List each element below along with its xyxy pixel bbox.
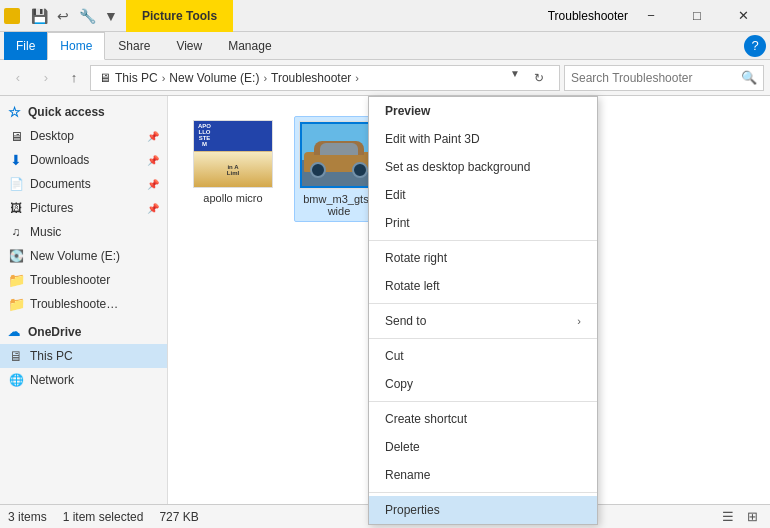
sidebar-label-new-volume: New Volume (E:)	[30, 249, 120, 263]
sidebar-header-quick-access: ☆ Quick access	[0, 100, 167, 124]
app-title: Troubleshooter	[548, 9, 628, 23]
tab-file[interactable]: File	[4, 32, 47, 60]
ctx-print[interactable]: Print	[369, 209, 597, 237]
search-icon[interactable]: 🔍	[741, 70, 757, 85]
documents-pin: 📌	[147, 179, 159, 190]
desktop-icon: 🖥	[8, 128, 24, 144]
ctx-sep-1	[369, 240, 597, 241]
downloads-pin: 📌	[147, 155, 159, 166]
downloads-icon: ⬇	[8, 152, 24, 168]
desktop-pin: 📌	[147, 131, 159, 142]
tab-share[interactable]: Share	[105, 32, 163, 60]
picture-tools-tab[interactable]: Picture Tools	[126, 0, 233, 32]
sidebar-item-new-volume[interactable]: 💽 New Volume (E:)	[0, 244, 167, 268]
window-folder-icon	[4, 8, 20, 24]
bmw-thumbnail	[299, 121, 379, 189]
sidebar-label-this-pc: This PC	[30, 349, 73, 363]
network-icon: 🌐	[8, 372, 24, 388]
sidebar-item-documents[interactable]: 📄 Documents 📌	[0, 172, 167, 196]
close-button[interactable]: ✕	[720, 0, 766, 32]
sidebar-label-troubleshooter-wor: Troubleshooter Wor	[30, 297, 120, 311]
sidebar-item-troubleshooter[interactable]: 📁 Troubleshooter	[0, 268, 167, 292]
ctx-sep-5	[369, 492, 597, 493]
dropdown-button[interactable]: ▼	[100, 5, 122, 27]
sidebar-item-downloads[interactable]: ⬇ Downloads 📌	[0, 148, 167, 172]
sidebar-label-pictures: Pictures	[30, 201, 73, 215]
sidebar-item-pictures[interactable]: 🖼 Pictures 📌	[0, 196, 167, 220]
path-this-pc[interactable]: This PC	[115, 71, 158, 85]
sidebar-header-onedrive[interactable]: ☁ OneDrive	[0, 320, 167, 344]
undo-button[interactable]: ↩	[52, 5, 74, 27]
documents-icon: 📄	[8, 176, 24, 192]
window-controls: − □ ✕	[628, 0, 766, 32]
sidebar-item-this-pc[interactable]: 🖥 This PC	[0, 344, 167, 368]
sidebar-item-network[interactable]: 🌐 Network	[0, 368, 167, 392]
save-button[interactable]: 💾	[28, 5, 50, 27]
ctx-cut[interactable]: Cut	[369, 342, 597, 370]
ctx-preview[interactable]: Preview	[369, 97, 597, 125]
forward-button[interactable]: ›	[34, 66, 58, 90]
onedrive-icon: ☁	[6, 324, 22, 340]
ctx-edit[interactable]: Edit	[369, 181, 597, 209]
ctx-rename[interactable]: Rename	[369, 461, 597, 489]
tab-manage[interactable]: Manage	[215, 32, 284, 60]
tab-home[interactable]: Home	[47, 32, 105, 60]
ctx-rotate-right[interactable]: Rotate right	[369, 244, 597, 272]
ctx-properties[interactable]: Properties	[369, 496, 597, 524]
apollo-thumbnail: APOLLOSTEM in ALiml	[193, 120, 273, 188]
sidebar-label-troubleshooter: Troubleshooter	[30, 273, 110, 287]
file-grid: APOLLOSTEM in ALiml apollo micro	[180, 108, 392, 230]
title-bar-left: 💾 ↩ 🔧 ▼ Picture Tools	[4, 0, 548, 32]
path-new-volume[interactable]: New Volume (E:)	[169, 71, 259, 85]
pictures-pin: 📌	[147, 203, 159, 214]
ctx-edit-paint3d[interactable]: Edit with Paint 3D	[369, 125, 597, 153]
tab-view[interactable]: View	[163, 32, 215, 60]
sidebar-item-music[interactable]: ♫ Music	[0, 220, 167, 244]
address-path[interactable]: 🖥 This PC › New Volume (E:) › Troublesho…	[90, 65, 560, 91]
view-buttons: ☰ ⊞	[718, 507, 762, 527]
grid-view-button[interactable]: ⊞	[742, 507, 762, 527]
title-bar: 💾 ↩ 🔧 ▼ Picture Tools Troubleshooter − □…	[0, 0, 770, 32]
selected-info: 1 item selected	[63, 510, 144, 524]
ctx-sep-3	[369, 338, 597, 339]
sidebar-item-troubleshooter-wor[interactable]: 📁 Troubleshooter Wor	[0, 292, 167, 316]
sidebar-item-desktop[interactable]: 🖥 Desktop 📌	[0, 124, 167, 148]
path-troubleshooter[interactable]: Troubleshooter	[271, 71, 351, 85]
ribbon: File Home Share View Manage ?	[0, 32, 770, 60]
content-area: APOLLOSTEM in ALiml apollo micro	[168, 96, 770, 504]
ctx-sep-4	[369, 401, 597, 402]
ctx-create-shortcut[interactable]: Create shortcut	[369, 405, 597, 433]
help-button[interactable]: ?	[744, 35, 766, 57]
ctx-send-to[interactable]: Send to ›	[369, 307, 597, 335]
apollo-filename: apollo micro	[203, 192, 262, 204]
ctx-copy[interactable]: Copy	[369, 370, 597, 398]
back-button[interactable]: ‹	[6, 66, 30, 90]
search-input[interactable]	[571, 71, 737, 85]
search-box[interactable]: 🔍	[564, 65, 764, 91]
troubleshooter-wor-icon: 📁	[8, 296, 24, 312]
maximize-button[interactable]: □	[674, 0, 720, 32]
ctx-set-desktop-bg[interactable]: Set as desktop background	[369, 153, 597, 181]
item-count: 3 items	[8, 510, 47, 524]
sidebar-label-music: Music	[30, 225, 61, 239]
quick-access-label: Quick access	[28, 105, 105, 119]
picture-tools-label: Picture Tools	[142, 9, 217, 23]
up-button[interactable]: ↑	[62, 66, 86, 90]
ctx-delete[interactable]: Delete	[369, 433, 597, 461]
sidebar-label-downloads: Downloads	[30, 153, 89, 167]
sidebar-label-network: Network	[30, 373, 74, 387]
drive-icon: 💽	[8, 248, 24, 264]
music-icon: ♫	[8, 224, 24, 240]
thispc-icon: 🖥	[8, 348, 24, 364]
sidebar-label-documents: Documents	[30, 177, 91, 191]
list-view-button[interactable]: ☰	[718, 507, 738, 527]
sidebar-label-onedrive: OneDrive	[28, 325, 81, 339]
properties-quick-button[interactable]: 🔧	[76, 5, 98, 27]
sidebar-label-desktop: Desktop	[30, 129, 74, 143]
refresh-button[interactable]: ↻	[527, 66, 551, 90]
file-item-apollo[interactable]: APOLLOSTEM in ALiml apollo micro	[188, 116, 278, 222]
sidebar: ☆ Quick access 🖥 Desktop 📌 ⬇ Downloads 📌…	[0, 96, 168, 504]
ctx-rotate-left[interactable]: Rotate left	[369, 272, 597, 300]
path-dropdown-button[interactable]: ▼	[507, 66, 523, 82]
minimize-button[interactable]: −	[628, 0, 674, 32]
